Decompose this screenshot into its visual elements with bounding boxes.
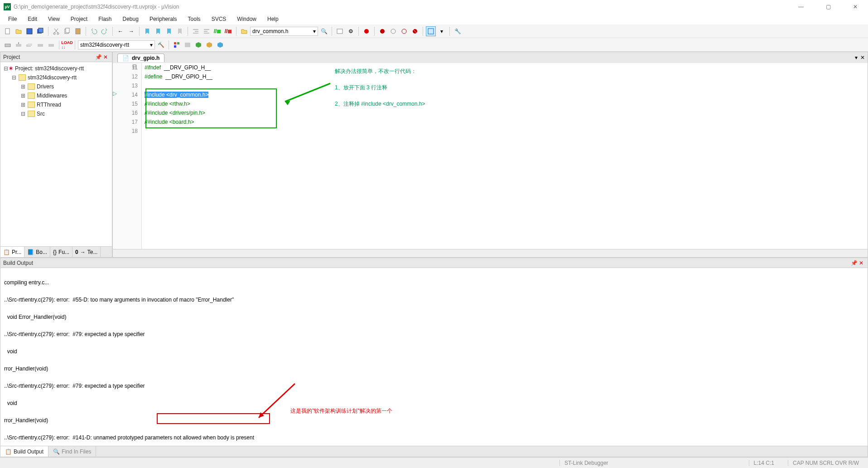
panel-pin-icon[interactable]: 📌 bbox=[95, 54, 102, 60]
uncomment-icon[interactable]: //≣ bbox=[223, 26, 233, 36]
batch-build-icon[interactable] bbox=[35, 40, 45, 50]
rebuild-icon[interactable] bbox=[24, 40, 34, 50]
window-title: G:\pin_demo\generate_project\stm32f4disc… bbox=[14, 4, 792, 10]
menu-help[interactable]: Help bbox=[263, 15, 283, 23]
tree-folder-rtthread[interactable]: RTThread bbox=[37, 102, 61, 108]
tree-toggle[interactable]: ⊟ bbox=[20, 111, 26, 117]
close-button[interactable]: ✕ bbox=[846, 4, 864, 10]
project-tree[interactable]: ⊟ ✶ Project: stm32f4discovery-rtt ⊟ stm3… bbox=[0, 62, 112, 246]
save-icon[interactable] bbox=[24, 26, 34, 36]
menu-debug[interactable]: Debug bbox=[118, 15, 143, 23]
tab-project[interactable]: 📋 Pr... bbox=[0, 247, 24, 257]
breakpoint-kill-icon[interactable] bbox=[410, 26, 420, 36]
svg-rect-7 bbox=[66, 28, 69, 33]
menu-file[interactable]: File bbox=[4, 15, 21, 23]
configure-icon[interactable]: 🔧 bbox=[453, 26, 463, 36]
paste-icon[interactable] bbox=[73, 26, 83, 36]
comment-icon[interactable]: //≣ bbox=[212, 26, 222, 36]
editor-close-icon[interactable]: ✕ bbox=[860, 54, 865, 61]
annotation-red-text: 这是我的"软件架构训练计划"解决的第一个 因RT-Thread与CubeMX架构… bbox=[290, 370, 403, 446]
find-icon[interactable]: 🔍 bbox=[319, 26, 329, 36]
build-icon[interactable] bbox=[14, 40, 24, 50]
bookmark-next-icon[interactable] bbox=[164, 26, 174, 36]
menu-tools[interactable]: Tools bbox=[183, 15, 205, 23]
tab-books[interactable]: 📘 Bo... bbox=[24, 247, 50, 257]
outdent-icon[interactable] bbox=[202, 26, 212, 36]
tree-toggle[interactable]: ⊟ bbox=[3, 65, 9, 72]
menu-svcs[interactable]: SVCS bbox=[207, 15, 231, 23]
menu-edit[interactable]: Edit bbox=[23, 15, 42, 23]
tree-toggle[interactable]: ⊟ bbox=[11, 74, 17, 81]
new-file-icon[interactable] bbox=[3, 26, 13, 36]
bookmark-icon[interactable] bbox=[142, 26, 152, 36]
pack-installer-icon[interactable] bbox=[215, 40, 225, 50]
tree-toggle[interactable]: ⊞ bbox=[20, 93, 26, 99]
cut-icon[interactable] bbox=[51, 26, 61, 36]
minimize-button[interactable]: — bbox=[792, 4, 810, 10]
translate-icon[interactable] bbox=[3, 40, 13, 50]
fold-icon[interactable]: ⊟ bbox=[132, 63, 137, 69]
bookmark-prev-icon[interactable] bbox=[153, 26, 163, 36]
redo-icon[interactable] bbox=[100, 26, 110, 36]
maximize-button[interactable]: ▢ bbox=[819, 4, 837, 10]
file-ext-icon[interactable] bbox=[183, 40, 193, 50]
manage-pack-icon[interactable] bbox=[193, 40, 203, 50]
build-output-body[interactable]: compiling entry.c... ..\Src-rtt\entry.c(… bbox=[0, 268, 868, 446]
options-icon[interactable]: ⚙ bbox=[346, 26, 356, 36]
debug-start-icon[interactable] bbox=[362, 26, 371, 36]
editor-area: 📄 drv_gpio.h ▾ ✕ 11 12 13 14 15 16 17 18… bbox=[112, 52, 868, 258]
copy-icon[interactable] bbox=[62, 26, 72, 36]
find-combo[interactable]: drv_common.h▾ bbox=[250, 27, 318, 36]
menu-peripherals[interactable]: Peripherals bbox=[145, 15, 182, 23]
indent-icon[interactable] bbox=[191, 26, 201, 36]
select-pack-icon[interactable] bbox=[204, 40, 214, 50]
editor-hscroll[interactable] bbox=[113, 249, 868, 257]
svg-rect-22 bbox=[174, 42, 176, 44]
find-in-files-icon[interactable] bbox=[239, 26, 249, 36]
editor-dropdown-icon[interactable]: ▾ bbox=[855, 54, 858, 61]
save-all-icon[interactable] bbox=[35, 26, 45, 36]
breakpoint-disable-icon[interactable] bbox=[399, 26, 409, 36]
target-combo[interactable]: stm32f4discovery-rtt▾ bbox=[78, 40, 155, 49]
statusbar: ST-Link Debugger L:14 C:1 CAP NUM SCRL O… bbox=[0, 457, 868, 468]
tree-toggle[interactable]: ⊞ bbox=[20, 83, 26, 90]
open-icon[interactable] bbox=[14, 26, 24, 36]
nav-back-icon[interactable]: ← bbox=[116, 26, 125, 36]
status-debugger: ST-Link Debugger bbox=[559, 460, 613, 466]
layout-dropdown-icon[interactable]: ▾ bbox=[437, 26, 447, 36]
tree-folder-middlewares[interactable]: Middlewares bbox=[37, 93, 67, 99]
menu-view[interactable]: View bbox=[43, 15, 64, 23]
nav-fwd-icon[interactable]: → bbox=[126, 26, 136, 36]
tab-templates[interactable]: 0→Te... bbox=[72, 247, 101, 257]
menu-flash[interactable]: Flash bbox=[94, 15, 116, 23]
panel-close-icon[interactable]: ✕ bbox=[858, 260, 865, 266]
download-icon[interactable]: LOAD↓↓ bbox=[62, 40, 72, 50]
tree-root-label[interactable]: Project: stm32f4discovery-rtt bbox=[15, 65, 84, 72]
panel-close-icon[interactable]: ✕ bbox=[102, 54, 109, 60]
tab-functions[interactable]: {} Fu... bbox=[50, 247, 72, 257]
target-options-icon[interactable]: 🔨 bbox=[156, 40, 166, 50]
tab-find-in-files[interactable]: 🔍 Find In Files bbox=[48, 446, 96, 457]
tree-toggle[interactable]: ⊞ bbox=[20, 102, 26, 108]
manage-icon[interactable] bbox=[172, 40, 182, 50]
editor-tab-drv-gpio[interactable]: 📄 drv_gpio.h bbox=[117, 54, 164, 62]
breakpoint-icon[interactable] bbox=[377, 26, 387, 36]
code-editor[interactable]: 11 12 13 14 15 16 17 18 ⊟ ▷ #ifndef __DR… bbox=[113, 63, 868, 249]
breakpoint-enable-icon[interactable] bbox=[388, 26, 398, 36]
window-layout-icon[interactable] bbox=[426, 26, 436, 36]
tab-build-output[interactable]: 📋 Build Output bbox=[0, 446, 48, 457]
debug-config-icon[interactable] bbox=[335, 26, 345, 36]
tree-folder-src[interactable]: Src bbox=[37, 111, 45, 117]
stop-build-icon[interactable] bbox=[46, 40, 56, 50]
cursor-marker-icon: ▷ bbox=[113, 90, 117, 97]
bookmark-clear-icon[interactable] bbox=[175, 26, 185, 36]
tree-folder-drivers[interactable]: Drivers bbox=[37, 83, 54, 90]
svg-rect-25 bbox=[185, 43, 190, 47]
project-panel: Project 📌 ✕ ⊟ ✶ Project: stm32f4discover… bbox=[0, 52, 112, 258]
menu-window[interactable]: Window bbox=[232, 15, 261, 23]
menu-project[interactable]: Project bbox=[66, 15, 92, 23]
tree-target-label[interactable]: stm32f4discovery-rtt bbox=[28, 74, 77, 81]
panel-pin-icon[interactable]: 📌 bbox=[850, 260, 858, 266]
undo-icon[interactable] bbox=[89, 26, 99, 36]
code-lines[interactable]: #ifndef __DRV_GPIO_H__ #define __DRV_GPI… bbox=[142, 63, 212, 249]
